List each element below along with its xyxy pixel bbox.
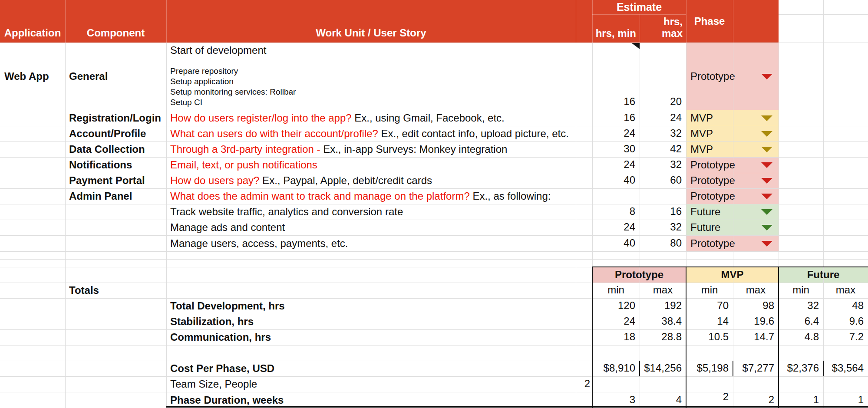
totals-value[interactable]: 9.6: [823, 314, 868, 329]
cell-hrs-min[interactable]: 24: [592, 126, 640, 141]
totals-value[interactable]: 2: [686, 392, 733, 408]
phase-dropdown[interactable]: Prototype: [686, 173, 779, 188]
totals-row-label[interactable]: Cost Per Phase, USD: [166, 361, 576, 376]
cell-application[interactable]: Web App: [0, 43, 65, 110]
totals-value[interactable]: 7.2: [823, 329, 868, 345]
cell-component[interactable]: General: [65, 43, 166, 110]
cell-work-unit[interactable]: Through a 3rd-party integration - Ex., i…: [166, 141, 576, 157]
totals-group-mvp[interactable]: MVP: [686, 267, 779, 283]
totals-value[interactable]: $7,277: [733, 361, 779, 376]
header-application[interactable]: Application: [0, 0, 65, 43]
cell-work-unit[interactable]: Manage ads and content: [166, 220, 576, 235]
dropdown-arrow-icon[interactable]: [761, 225, 772, 230]
phase-dropdown[interactable]: MVP: [686, 110, 779, 126]
cell-hrs-max[interactable]: 32: [640, 157, 686, 173]
cell-hrs-min[interactable]: 16: [592, 110, 640, 126]
totals-value[interactable]: 18: [592, 329, 640, 345]
dropdown-arrow-icon[interactable]: [761, 74, 772, 79]
cell-work-unit[interactable]: Manage users, access, payments, etc.: [166, 235, 576, 251]
header-work-unit[interactable]: Work Unit / User Story: [166, 0, 576, 43]
totals-value[interactable]: 120: [592, 298, 640, 314]
cell-component[interactable]: Notifications: [65, 157, 166, 173]
totals-value[interactable]: 192: [640, 298, 686, 314]
phase-dropdown[interactable]: MVP: [686, 126, 779, 141]
totals-value[interactable]: 1: [779, 392, 823, 408]
totals-row-label[interactable]: Team Size, People: [166, 376, 576, 392]
cell-hrs-min[interactable]: 24: [592, 220, 640, 235]
totals-value[interactable]: 38.4: [640, 314, 686, 329]
cell-hrs-max[interactable]: 16: [640, 204, 686, 220]
header-hrs-max[interactable]: hrs,max: [662, 16, 683, 39]
totals-value[interactable]: 98: [733, 298, 779, 314]
cell-work-unit[interactable]: What can users do with their account/pro…: [166, 126, 576, 141]
totals-value[interactable]: 1: [823, 392, 868, 408]
cell-component[interactable]: Admin Panel: [65, 188, 166, 204]
totals-row-label[interactable]: Total Development, hrs: [166, 298, 576, 314]
phase-dropdown[interactable]: Prototype: [686, 43, 779, 110]
totals-value[interactable]: 14.7: [733, 329, 779, 345]
cell-hrs-max[interactable]: 32: [640, 220, 686, 235]
max-header[interactable]: max: [823, 283, 868, 298]
max-header[interactable]: max: [640, 283, 686, 298]
totals-value[interactable]: 4: [640, 392, 686, 408]
totals-value[interactable]: $14,256: [640, 361, 686, 376]
dropdown-arrow-icon[interactable]: [761, 115, 772, 121]
cell-hrs-max[interactable]: 80: [640, 235, 686, 251]
dropdown-arrow-icon[interactable]: [761, 194, 772, 199]
dropdown-arrow-icon[interactable]: [761, 209, 772, 215]
totals-value[interactable]: 3: [592, 392, 640, 408]
dropdown-arrow-icon[interactable]: [761, 241, 772, 247]
cell-hrs-max[interactable]: 42: [640, 141, 686, 157]
totals-value[interactable]: 14: [686, 314, 733, 329]
dropdown-arrow-icon[interactable]: [761, 147, 772, 152]
totals-value[interactable]: $8,910: [592, 361, 640, 376]
totals-row-label[interactable]: Communication, hrs: [166, 329, 576, 345]
totals-value[interactable]: $2,376: [779, 361, 823, 376]
cell-work-unit[interactable]: What does the admin want to track and ma…: [166, 188, 576, 204]
cell-component[interactable]: Data Collection: [65, 141, 166, 157]
max-header[interactable]: max: [733, 283, 779, 298]
cell-work-unit[interactable]: Start of development Prepare repository …: [170, 45, 574, 108]
cell-component[interactable]: Registration/Login: [65, 110, 166, 126]
phase-dropdown[interactable]: MVP: [686, 141, 779, 157]
header-component[interactable]: Component: [65, 0, 166, 43]
dropdown-arrow-icon[interactable]: [761, 162, 772, 168]
totals-value[interactable]: $3,564: [823, 361, 868, 376]
cell-work-unit[interactable]: Email, text, or push notifications: [166, 157, 576, 173]
totals-value[interactable]: 10.5: [686, 329, 733, 345]
cell-work-unit[interactable]: Track website traffic, analytics and con…: [166, 204, 576, 220]
min-header[interactable]: min: [686, 283, 733, 298]
totals-row-label[interactable]: Stabilization, hrs: [166, 314, 576, 329]
phase-dropdown[interactable]: Future: [686, 220, 779, 235]
cell-hrs-max[interactable]: 24: [640, 110, 686, 126]
totals-value[interactable]: 24: [592, 314, 640, 329]
cell-hrs-max[interactable]: 20: [640, 43, 686, 110]
phase-dropdown[interactable]: Prototype: [686, 188, 779, 204]
totals-value[interactable]: 48: [823, 298, 868, 314]
header-phase[interactable]: Phase: [686, 0, 733, 43]
totals-value[interactable]: 6.4: [779, 314, 823, 329]
min-header[interactable]: min: [592, 283, 640, 298]
cell-hrs-min[interactable]: 30: [592, 141, 640, 157]
cell-work-unit[interactable]: How do users pay? Ex., Paypal, Apple, de…: [166, 173, 576, 188]
totals-value[interactable]: 19.6: [733, 314, 779, 329]
header-hrs-min[interactable]: hrs, min: [592, 14, 640, 43]
phase-dropdown[interactable]: Prototype: [686, 235, 779, 251]
totals-value[interactable]: $5,198: [686, 361, 733, 376]
totals-value[interactable]: 32: [779, 298, 823, 314]
cell-component[interactable]: Account/Profile: [65, 126, 166, 141]
cell-hrs-min[interactable]: 40: [592, 235, 640, 251]
phase-dropdown[interactable]: Future: [686, 204, 779, 220]
cell-hrs-max[interactable]: 32: [640, 126, 686, 141]
phase-dropdown[interactable]: Prototype: [686, 157, 779, 173]
totals-value[interactable]: 2: [733, 392, 779, 408]
totals-label[interactable]: Totals: [65, 283, 166, 298]
cell-hrs-min[interactable]: 16: [592, 43, 640, 110]
totals-value[interactable]: 70: [686, 298, 733, 314]
cell-hrs-min[interactable]: 24: [592, 157, 640, 173]
team-size-value[interactable]: 2: [576, 376, 592, 392]
cell-hrs-min[interactable]: 8: [592, 204, 640, 220]
totals-row-label[interactable]: Phase Duration, weeks: [166, 392, 576, 408]
header-estimate[interactable]: Estimate: [592, 0, 686, 14]
totals-group-prototype[interactable]: Prototype: [592, 267, 686, 283]
